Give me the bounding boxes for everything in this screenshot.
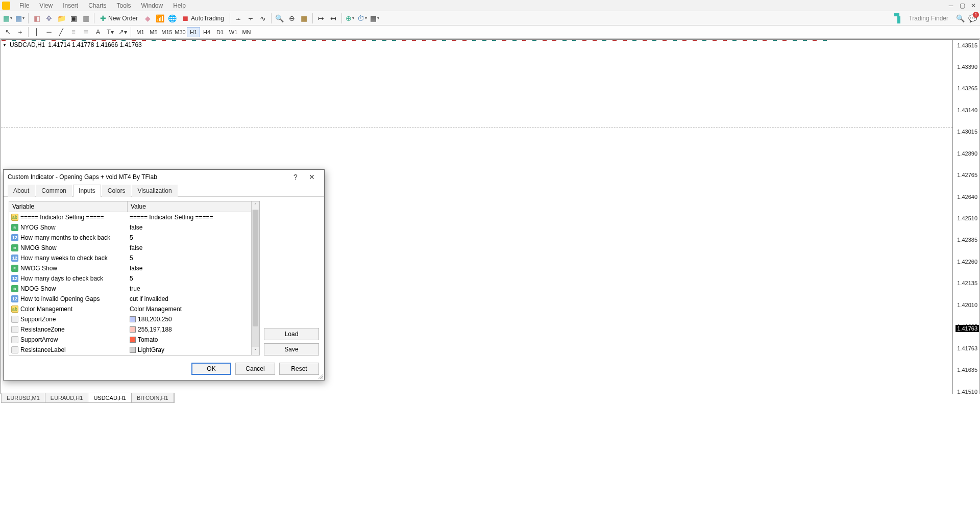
resize-grip[interactable] <box>318 374 323 379</box>
input-row[interactable]: 12How many months to check back5 <box>9 233 251 243</box>
close-window-button[interactable]: ✕ <box>969 2 978 10</box>
notifications-button[interactable]: 💬1 <box>967 13 978 24</box>
tile-button[interactable]: ▦ <box>299 13 310 24</box>
chart-chevron-icon[interactable]: ▼ <box>3 43 7 47</box>
periods-button[interactable]: ⏱▾ <box>357 13 368 24</box>
dialog-tab-colors[interactable]: Colors <box>102 185 131 197</box>
strategy-tester-button[interactable]: ▥ <box>80 13 91 24</box>
text-tool[interactable]: A <box>92 27 104 37</box>
dialog-close-button[interactable]: ✕ <box>304 171 320 183</box>
minimize-button[interactable]: ─ <box>946 2 955 10</box>
new-order-button[interactable]: ✚New Order <box>97 13 141 24</box>
metaquotes-button[interactable]: ◆ <box>142 13 153 24</box>
autoscroll-button[interactable]: ↤ <box>328 13 339 24</box>
timeframe-h1[interactable]: H1 <box>187 27 200 37</box>
input-row[interactable]: ≈NYOG Showfalse <box>9 222 251 233</box>
input-row[interactable]: ResistanceZone255,197,188 <box>9 324 251 335</box>
timeframe-m1[interactable]: M1 <box>134 27 147 37</box>
hline-tool[interactable]: ─ <box>43 27 55 37</box>
zoom-in-button[interactable]: 🔍 <box>274 13 285 24</box>
autotrading-button[interactable]: ⏹AutoTrading <box>179 13 227 24</box>
menu-window[interactable]: Window <box>136 1 168 10</box>
row-type-icon: ≈ <box>11 244 18 251</box>
input-value: false <box>130 265 142 272</box>
maximize-button[interactable]: ▢ <box>958 2 967 10</box>
load-button[interactable]: Load <box>264 328 319 340</box>
menu-insert[interactable]: Insert <box>58 1 83 10</box>
menu-help[interactable]: Help <box>168 1 191 10</box>
save-button[interactable]: Save <box>264 343 319 355</box>
menu-file[interactable]: File <box>14 1 34 10</box>
input-value: false <box>130 244 142 251</box>
input-row[interactable]: ≈NWOG Showfalse <box>9 263 251 273</box>
chart-tab[interactable]: BITCOIN,H1 <box>132 393 174 402</box>
signals-button[interactable]: 📶 <box>154 13 165 24</box>
input-row[interactable]: 12How many days to check back5 <box>9 273 251 284</box>
input-row[interactable]: ≈NMOG Showfalse <box>9 243 251 253</box>
menubar: FileViewInsertChartsToolsWindowHelp ─ ▢ … <box>0 0 980 11</box>
templates-button[interactable]: ▤▾ <box>369 13 380 24</box>
fibo-tool[interactable]: ≣ <box>80 27 91 37</box>
reset-button[interactable]: Reset <box>279 363 319 375</box>
chart-tab[interactable]: EURUSD,M1 <box>2 393 45 402</box>
menu-charts[interactable]: Charts <box>83 1 111 10</box>
candle-chart-button[interactable]: ⫟ <box>245 13 256 24</box>
input-value: true <box>130 285 140 292</box>
dialog-tab-common[interactable]: Common <box>36 185 72 197</box>
input-row[interactable]: SupportArrowTomato <box>9 335 251 345</box>
crosshair-tool[interactable]: ＋ <box>14 27 26 37</box>
input-row[interactable]: 12How many weeks to check back5 <box>9 253 251 263</box>
label-tool[interactable]: T▾ <box>105 27 116 37</box>
timeframe-m5[interactable]: M5 <box>147 27 160 37</box>
chart-symbol: USDCAD,H1 <box>10 41 45 48</box>
bar-chart-button[interactable]: ⫠ <box>233 13 244 24</box>
table-scrollbar[interactable]: ˄ ˅ <box>251 201 259 355</box>
header-value[interactable]: Value <box>128 201 259 212</box>
ok-button[interactable]: OK <box>191 363 231 375</box>
dialog-tab-about[interactable]: About <box>8 185 35 197</box>
chart-tab[interactable]: EURAUD,H1 <box>45 393 89 402</box>
terminal-button[interactable]: ▣ <box>68 13 79 24</box>
price-reference-line <box>1 128 952 128</box>
cursor-tool[interactable]: ↖ <box>2 27 13 37</box>
dialog-tab-inputs[interactable]: Inputs <box>73 185 101 197</box>
chart-tab[interactable]: USDCAD,H1 <box>88 393 132 402</box>
timeframe-m15[interactable]: M15 <box>160 27 174 37</box>
input-row[interactable]: ResistanceLabelLightGray <box>9 345 251 355</box>
web-button[interactable]: 🌐 <box>166 13 178 24</box>
indicators-button[interactable]: ⊕▾ <box>345 13 356 24</box>
trendline-tool[interactable]: ╱ <box>56 27 67 37</box>
new-chart-button[interactable]: ▦▾ <box>2 13 13 24</box>
arrows-tool[interactable]: ↗▾ <box>117 27 128 37</box>
timeframe-h4[interactable]: H4 <box>200 27 213 37</box>
data-window-button[interactable]: 📁 <box>56 13 67 24</box>
navigator-button[interactable]: ✥ <box>43 13 55 24</box>
market-watch-button[interactable]: ◧ <box>31 13 42 24</box>
dialog-tab-visualization[interactable]: Visualization <box>132 185 177 197</box>
row-type-icon: ab <box>11 306 18 313</box>
menu-tools[interactable]: Tools <box>112 1 136 10</box>
input-row[interactable]: 12How to invalid Opening Gapscut if inva… <box>9 294 251 304</box>
line-chart-button[interactable]: ∿ <box>257 13 268 24</box>
menu-view[interactable]: View <box>34 1 58 10</box>
cancel-button[interactable]: Cancel <box>235 363 275 375</box>
zoom-out-button[interactable]: ⊖ <box>286 13 298 24</box>
input-row[interactable]: ≈NDOG Showtrue <box>9 284 251 294</box>
header-variable[interactable]: Variable <box>9 201 128 212</box>
input-row[interactable]: abColor ManagementColor Management <box>9 304 251 314</box>
input-row[interactable]: ab===== Indicator Setting ========== Ind… <box>9 212 251 222</box>
scroll-up-icon[interactable]: ˄ <box>252 201 259 210</box>
timeframe-d1[interactable]: D1 <box>213 27 227 37</box>
timeframe-w1[interactable]: W1 <box>227 27 240 37</box>
profiles-button[interactable]: ▤▾ <box>14 13 26 24</box>
timeframe-m30[interactable]: M30 <box>174 27 187 37</box>
vline-tool[interactable]: │ <box>31 27 42 37</box>
scroll-down-icon[interactable]: ˅ <box>252 347 259 355</box>
dialog-titlebar[interactable]: Custom Indicator - Opening Gaps + void M… <box>4 170 324 184</box>
channel-tool[interactable]: ≡ <box>68 27 79 37</box>
shift-button[interactable]: ↦ <box>315 13 327 24</box>
timeframe-mn[interactable]: MN <box>240 27 253 37</box>
dialog-help-button[interactable]: ? <box>287 171 304 183</box>
search-button[interactable]: 🔍 <box>954 13 966 24</box>
input-row[interactable]: SupportZone188,200,250 <box>9 314 251 324</box>
